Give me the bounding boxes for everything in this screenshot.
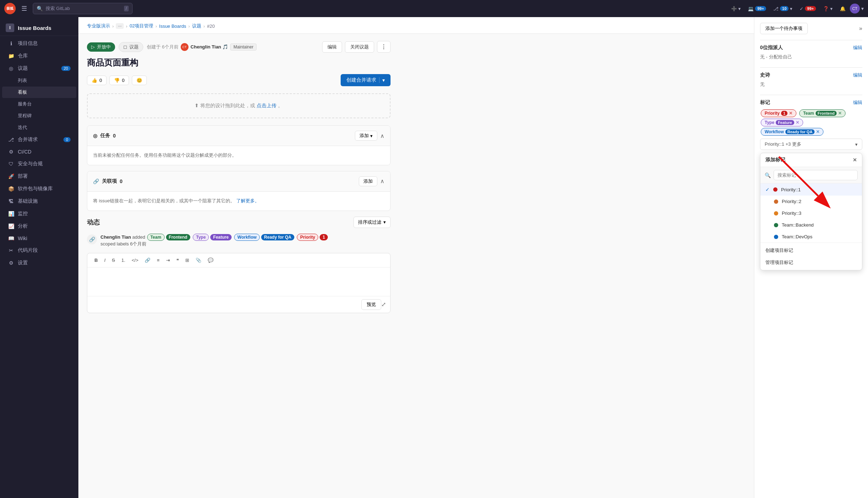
thumbs-down-button[interactable]: 👎 0 [109, 76, 129, 85]
type-chip-close[interactable]: ✕ [796, 120, 799, 125]
sidebar-sub-service-desk[interactable]: 服务台 [2, 98, 76, 110]
related-toggle[interactable]: ∧ [380, 178, 384, 185]
more-labels-select[interactable]: Priority::1 +3 更多 ▾ [760, 139, 862, 150]
editor-footer: 预览 ⤢ [87, 296, 390, 313]
terminal-badge: 99+ [755, 6, 766, 11]
strikethrough-button[interactable]: S [109, 256, 118, 264]
label-item-priority3[interactable]: Priority::3 [760, 207, 862, 219]
close-issue-button[interactable]: 关闭议题 [345, 41, 374, 53]
workflow-chip-close[interactable]: ✕ [816, 129, 820, 134]
expand-button[interactable]: ⤢ [381, 299, 386, 310]
thumbs-up-button[interactable]: 👍 0 [87, 76, 107, 85]
type-chip: Type Feature ✕ [761, 119, 803, 126]
upload-link[interactable]: 点击上传 [257, 103, 277, 108]
search-bar[interactable]: 🔍 搜索 GitLab / [33, 3, 133, 14]
breadcrumb-project[interactable]: 专业版演示 [87, 23, 110, 29]
add-label-close[interactable]: ✕ [853, 157, 857, 163]
link-button[interactable]: 🔗 [142, 256, 153, 264]
terminal-button[interactable]: 💻 99+ [745, 5, 769, 13]
epic-edit-link[interactable]: 编辑 [853, 72, 862, 78]
sidebar-item-analytics[interactable]: 📈 分析 [2, 220, 76, 232]
collapse-panel-button[interactable]: » [859, 25, 862, 32]
sidebar-sub-iteration[interactable]: 迭代 [2, 122, 76, 133]
related-icon: 🔗 [93, 178, 99, 184]
act-priority-label: Priority [297, 234, 318, 241]
ul-button[interactable]: ≡ [154, 256, 162, 264]
editor-toolbar-bar: B I S 1. </> 🔗 ≡ ⇥ ❝ ⊞ 📎 💬 [87, 253, 390, 268]
panel-divider-3 [760, 95, 862, 95]
more-actions-button[interactable]: ⋮ [377, 41, 391, 53]
label-item-backend[interactable]: Team::Backend [760, 219, 862, 231]
sidebar-item-wiki[interactable]: 📖 Wiki [2, 233, 76, 244]
tasks-toggle[interactable]: ∧ [380, 133, 384, 139]
sidebar-item-label: 议题 [18, 65, 28, 72]
create-project-label[interactable]: 创建项目标记 [760, 244, 862, 256]
sidebar-logo-icon: I [6, 24, 14, 32]
priority-chip-close[interactable]: ✕ [789, 111, 792, 116]
related-add-button[interactable]: 添加 [359, 176, 377, 186]
panel-divider-1 [760, 40, 862, 40]
sidebar-item-cicd[interactable]: ⚙ CI/CD [2, 146, 76, 157]
search-label-input[interactable] [774, 170, 858, 180]
assignees-edit-link[interactable]: 编辑 [853, 45, 862, 51]
sidebar-sub-list[interactable]: 列表 [2, 75, 76, 86]
sidebar-item-project-info[interactable]: ℹ 项目信息 [2, 37, 76, 50]
bold-button[interactable]: B [92, 256, 100, 264]
ol-button[interactable]: 1. [119, 256, 128, 264]
merge-request-nav-button[interactable]: ⎇ 10 ▾ [770, 5, 795, 13]
italic-button[interactable]: I [101, 256, 108, 264]
sidebar-item-snippets[interactable]: ✂ 代码片段 [2, 244, 76, 256]
quote-button[interactable]: ❝ [174, 256, 182, 264]
editor-body[interactable] [87, 268, 390, 296]
panel-divider-2 [760, 67, 862, 68]
sidebar-item-label: 合并请求 [18, 136, 38, 143]
learn-more-link[interactable]: 了解更多。 [236, 198, 259, 203]
add-todo-button[interactable]: 添加一个待办事项 [760, 23, 808, 34]
sidebar-item-packages[interactable]: 📦 软件包与镜像库 [2, 183, 76, 195]
edit-button[interactable]: 编辑 [322, 41, 342, 53]
preview-button[interactable]: 预览 [361, 299, 381, 310]
code-button[interactable]: </> [129, 256, 141, 264]
sidebar-item-deploy[interactable]: 🚀 部署 [2, 170, 76, 182]
sidebar-item-security[interactable]: 🛡 安全与合规 [2, 158, 76, 170]
sidebar-item-issues[interactable]: ◎ 议题 20 [2, 62, 76, 74]
sidebar-sub-board[interactable]: 看板 [2, 87, 76, 98]
user-avatar[interactable]: CT [850, 4, 860, 14]
related-header: 🔗 关联项 0 添加 ∧ [87, 171, 390, 192]
sidebar-item-settings[interactable]: ⚙ 设置 [2, 257, 76, 269]
help-button[interactable]: ❓▾ [820, 5, 836, 13]
related-section: 🔗 关联项 0 添加 ∧ 将 issue链接在一起，表明它们是相关的，或其中一个… [87, 171, 391, 211]
comment-button[interactable]: 💬 [205, 256, 216, 264]
team-chip-close[interactable]: ✕ [838, 111, 842, 116]
activity-sort-button[interactable]: 排序或过滤 ▾ [353, 217, 391, 228]
label-item-devops[interactable]: Team::DevOps [760, 231, 862, 243]
label-item-priority1[interactable]: ✓ Priority::1 [760, 183, 862, 196]
breadcrumb-pm[interactable]: 02项目管理 [130, 23, 153, 29]
notification-button[interactable]: 🔔 [837, 5, 848, 13]
label-item-priority2[interactable]: Priority::2 [760, 196, 862, 207]
indent-button[interactable]: ⇥ [163, 256, 173, 264]
attachment-button[interactable]: 📎 [193, 256, 204, 264]
table-button[interactable]: ⊞ [182, 256, 192, 264]
upload-area[interactable]: ⬆ 将您的设计拖到此处，或 点击上传 。 [87, 93, 391, 118]
manage-project-label[interactable]: 管理项目标记 [760, 256, 862, 269]
act-team-label: Team [147, 234, 164, 241]
labels-edit-link[interactable]: 编辑 [853, 99, 862, 106]
mr-badge: 10 [780, 6, 789, 11]
todo-nav-button[interactable]: ✓ 99+ [797, 5, 819, 13]
create-mr-button[interactable]: 创建合并请求 ▾ [341, 74, 391, 86]
breadcrumb-more[interactable]: ··· [116, 23, 124, 29]
hamburger-menu[interactable]: ☰ [19, 3, 30, 14]
tasks-icon: ◎ [93, 133, 97, 139]
sidebar-sub-milestone[interactable]: 里程碑 [2, 110, 76, 121]
sidebar-item-label: 基础设施 [18, 198, 38, 204]
sidebar-item-merge-requests[interactable]: ⎇ 合并请求 0 [2, 134, 76, 146]
sidebar-item-repo[interactable]: 📁 仓库 [2, 50, 76, 62]
tasks-add-button[interactable]: 添加 ▾ [355, 131, 377, 141]
sidebar-item-infra[interactable]: 🏗 基础设施 [2, 195, 76, 207]
sidebar-item-monitor[interactable]: 📊 监控 [2, 208, 76, 220]
breadcrumb-issue-boards[interactable]: Issue Boards [159, 24, 186, 29]
emoji-button[interactable]: 😊 [132, 76, 147, 85]
breadcrumb-issues[interactable]: 议题 [192, 23, 201, 29]
create-button[interactable]: ➕▾ [728, 5, 744, 13]
